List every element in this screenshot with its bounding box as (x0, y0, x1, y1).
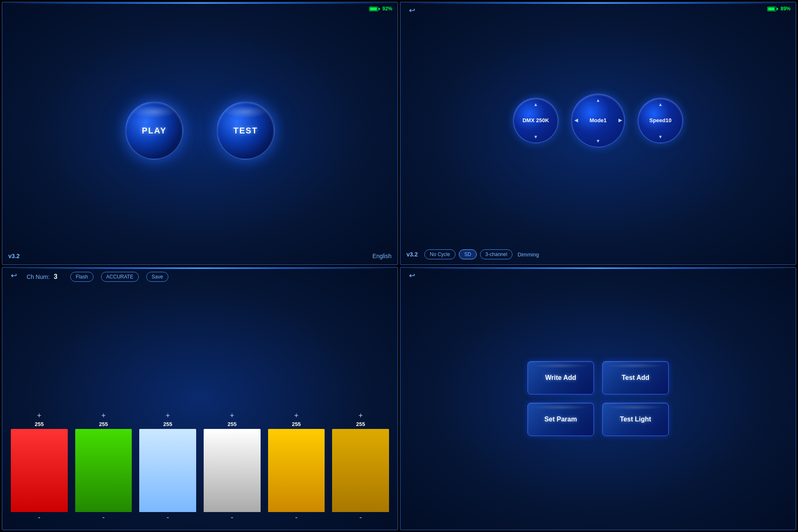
dmx-up-arrow[interactable]: ▲ (534, 102, 538, 107)
save-btn[interactable]: Save (146, 272, 168, 282)
mode-dial: ▲ ◀ Mode1 ▶ ▼ (571, 94, 625, 148)
battery-pct-1: 92% (382, 6, 392, 12)
ch-red-plus[interactable]: + (37, 412, 42, 419)
test-add-button[interactable]: Test Add (602, 361, 669, 394)
ch-white-bar (204, 429, 261, 512)
ch-red-minus[interactable]: - (38, 514, 40, 521)
ch-blue-minus[interactable]: - (167, 514, 169, 521)
ch-red-value: 255 (34, 421, 44, 427)
menu-grid: Write Add Test Add Set Param Test Light (527, 361, 669, 436)
test-light-button[interactable]: Test Light (602, 403, 669, 436)
bottom-row-2: v3.2 No Cycle SD 3-channel Dimming (401, 249, 796, 259)
ch-green-value: 255 (99, 421, 108, 427)
main-buttons: PLAY TEST (125, 101, 275, 160)
ch-yellow-plus[interactable]: + (358, 412, 363, 419)
ch-yellow-bar (332, 429, 389, 512)
version-label-2: v3.2 (406, 251, 418, 258)
ch-yellow-value: 255 (356, 421, 365, 427)
set-param-button[interactable]: Set Param (527, 403, 594, 436)
ch-green-bar (75, 429, 132, 512)
mode-label: Mode1 (589, 117, 606, 123)
dmx-label: DMX 250K (522, 117, 549, 123)
battery-icon-1 (369, 7, 380, 11)
flash-btn[interactable]: Flash (70, 272, 93, 282)
no-cycle-btn[interactable]: No Cycle (424, 249, 456, 259)
screen-play-test: 92% PLAY TEST v3.2 English (2, 2, 398, 265)
speed-dial: ▲ Speed10 ▼ (638, 98, 683, 143)
mode-circle[interactable]: ▲ ◀ Mode1 ▶ ▼ (571, 94, 625, 148)
mode-up-arrow[interactable]: ▲ (596, 98, 601, 103)
ch-num-label: Ch Num: (27, 273, 49, 280)
ch-white-value: 255 (227, 421, 236, 427)
write-add-button[interactable]: Write Add (527, 361, 594, 394)
dmx-dial: ▲ DMX 250K ▼ (513, 98, 559, 143)
back-button-4[interactable]: ↩ (406, 271, 418, 280)
speed-down-arrow[interactable]: ▼ (658, 134, 663, 139)
speed-circle[interactable]: ▲ Speed10 ▼ (638, 98, 683, 143)
mode-down-arrow[interactable]: ▼ (596, 138, 601, 143)
version-label-1: v3.2 (8, 253, 20, 259)
ch-yellow-minus[interactable]: - (360, 514, 362, 521)
screen-mode: 89% ↩ ▲ DMX 250K ▼ ▲ ◀ Mode1 ▶ ▼ ▲ (400, 2, 796, 265)
ch-amber-plus[interactable]: + (294, 412, 299, 419)
mode-right-arrow[interactable]: ▶ (618, 118, 622, 123)
ch-green-minus[interactable]: - (102, 514, 105, 521)
ch-amber-minus[interactable]: - (295, 514, 298, 521)
channel-btn[interactable]: 3-channel (480, 249, 513, 259)
dmx-down-arrow[interactable]: ▼ (534, 134, 538, 139)
status-bar-1: 92% (369, 6, 392, 12)
ch-green-plus[interactable]: + (101, 412, 106, 419)
speed-label: Speed10 (649, 117, 671, 123)
speed-up-arrow[interactable]: ▲ (658, 102, 663, 107)
channel-yellow: + 255 - (332, 412, 389, 521)
ch-amber-value: 255 (292, 421, 301, 427)
ch-num-value: 3 (54, 273, 66, 281)
channel-red: + 255 - (11, 412, 68, 521)
ch-white-minus[interactable]: - (231, 514, 233, 521)
test-button[interactable]: TEST (217, 101, 275, 160)
sd-btn[interactable]: SD (459, 249, 477, 259)
screen-menu: ↩ Write Add Test Add Set Param Test Ligh… (400, 267, 796, 530)
top-bar-3: Ch Num: 3 Flash ACCURATE Save (7, 272, 393, 282)
ch-blue-value: 255 (163, 421, 172, 427)
dimming-label: Dimming (517, 251, 539, 258)
dmx-circle[interactable]: ▲ DMX 250K ▼ (513, 98, 559, 143)
mode-left-arrow[interactable]: ◀ (574, 118, 578, 123)
language-label: English (372, 253, 392, 259)
screen-channels: ↩ Ch Num: 3 Flash ACCURATE Save + 255 - … (2, 267, 398, 530)
status-bar-2: 89% (767, 6, 791, 12)
channel-amber: + 255 - (268, 412, 325, 521)
battery-icon-2 (767, 7, 778, 11)
channels-area: + 255 - + 255 - + 255 - + 255 (11, 291, 389, 521)
back-button-2[interactable]: ↩ (406, 6, 418, 15)
ch-red-bar (11, 429, 68, 512)
accurate-btn[interactable]: ACCURATE (101, 272, 139, 282)
ch-blue-bar (139, 429, 196, 512)
channel-blue: + 255 - (139, 412, 196, 521)
ch-blue-plus[interactable]: + (165, 412, 170, 419)
battery-pct-2: 89% (781, 6, 791, 12)
ch-amber-bar (268, 429, 325, 512)
controls-row: ▲ DMX 250K ▼ ▲ ◀ Mode1 ▶ ▼ ▲ Speed10 ▼ (513, 94, 683, 148)
channel-white: + 255 - (204, 412, 261, 521)
channel-green: + 255 - (75, 412, 132, 521)
play-button[interactable]: PLAY (125, 101, 183, 160)
ch-white-plus[interactable]: + (230, 412, 234, 419)
